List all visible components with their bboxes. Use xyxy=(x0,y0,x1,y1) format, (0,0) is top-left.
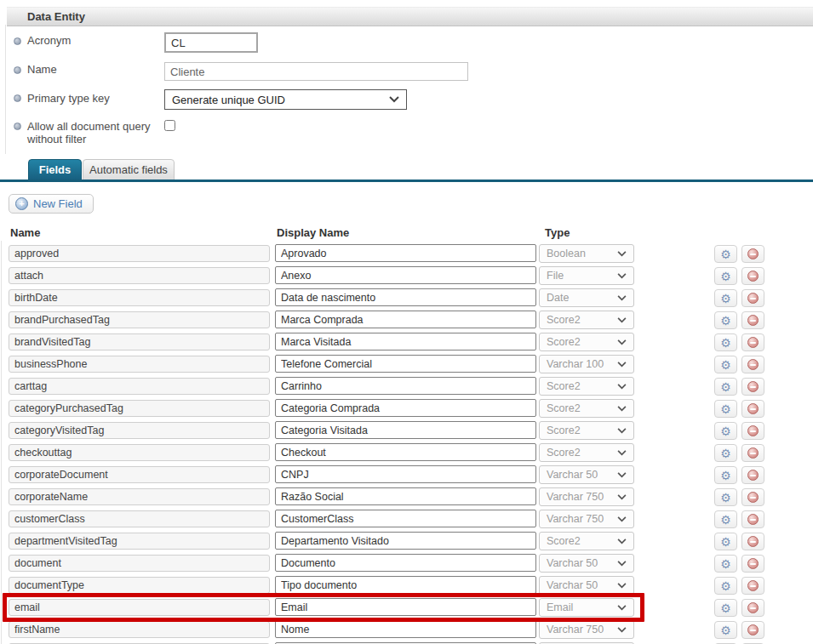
remove-icon xyxy=(747,514,759,525)
gear-icon: ⚙ xyxy=(720,293,731,305)
field-name-input[interactable] xyxy=(9,533,270,550)
field-remove-button[interactable] xyxy=(741,422,764,440)
field-name-input[interactable] xyxy=(9,356,270,373)
field-remove-button[interactable] xyxy=(741,245,764,263)
field-remove-button[interactable] xyxy=(741,488,764,506)
field-settings-button[interactable]: ⚙ xyxy=(714,466,737,484)
tab-automatic-fields[interactable]: Automatic fields xyxy=(83,159,175,180)
field-remove-button[interactable] xyxy=(741,400,764,418)
field-remove-button[interactable] xyxy=(741,444,764,462)
type-select[interactable]: Varchar 750 xyxy=(539,487,634,506)
field-remove-button[interactable] xyxy=(741,621,764,639)
type-select[interactable]: Varchar 50 xyxy=(539,576,634,595)
field-settings-button[interactable]: ⚙ xyxy=(714,488,737,506)
field-settings-button[interactable]: ⚙ xyxy=(714,533,737,550)
display-name-input[interactable] xyxy=(275,554,536,572)
display-name-input[interactable] xyxy=(275,487,536,505)
field-name-input[interactable] xyxy=(9,621,270,638)
type-select[interactable]: Varchar 50 xyxy=(539,554,634,573)
type-select[interactable]: Score2 xyxy=(539,421,634,440)
type-select[interactable]: Score2 xyxy=(539,399,634,418)
field-settings-button[interactable]: ⚙ xyxy=(714,311,737,329)
field-name-input[interactable] xyxy=(9,422,270,439)
field-name-input[interactable] xyxy=(9,555,270,572)
field-settings-button[interactable]: ⚙ xyxy=(714,444,737,462)
field-settings-button[interactable]: ⚙ xyxy=(714,356,737,373)
display-name-input[interactable] xyxy=(275,266,536,284)
type-select[interactable]: Varchar 750 xyxy=(539,620,634,639)
field-settings-button[interactable]: ⚙ xyxy=(714,577,737,595)
field-remove-button[interactable] xyxy=(741,555,764,573)
new-field-button[interactable]: + New Field xyxy=(9,194,94,214)
field-name-input[interactable] xyxy=(9,245,270,262)
display-name-input[interactable] xyxy=(275,333,536,350)
field-name-input[interactable] xyxy=(9,466,270,483)
field-name-input[interactable] xyxy=(9,400,270,417)
field-remove-button[interactable] xyxy=(741,510,764,528)
primary-type-key-select[interactable]: Generate unique GUID xyxy=(164,89,407,110)
field-settings-button[interactable]: ⚙ xyxy=(714,599,737,617)
type-select[interactable]: Score2 xyxy=(539,333,634,351)
display-name-input[interactable] xyxy=(275,377,536,395)
tab-fields[interactable]: Fields xyxy=(28,159,82,180)
field-settings-button[interactable]: ⚙ xyxy=(714,378,737,396)
display-name-input[interactable] xyxy=(275,399,536,417)
field-name-input[interactable] xyxy=(9,333,270,350)
display-name-input[interactable] xyxy=(275,288,536,306)
display-name-input[interactable] xyxy=(275,576,536,594)
display-name-input[interactable] xyxy=(275,355,536,373)
field-name-input[interactable] xyxy=(9,444,270,461)
field-remove-button[interactable] xyxy=(741,333,764,351)
display-name-input[interactable] xyxy=(275,443,536,461)
chevron-down-icon xyxy=(617,494,627,500)
field-remove-button[interactable] xyxy=(741,378,764,396)
display-name-input[interactable] xyxy=(275,244,536,262)
type-select[interactable]: Score2 xyxy=(539,377,634,396)
type-select[interactable]: Date xyxy=(539,288,634,307)
type-select[interactable]: Varchar 100 xyxy=(539,355,634,373)
field-name-input[interactable] xyxy=(9,289,270,306)
field-remove-button[interactable] xyxy=(741,577,764,595)
type-select[interactable]: Varchar 750 xyxy=(539,510,634,528)
name-input[interactable] xyxy=(164,62,468,81)
field-settings-button[interactable]: ⚙ xyxy=(714,510,737,528)
field-settings-button[interactable]: ⚙ xyxy=(714,267,737,285)
display-name-input[interactable] xyxy=(275,311,536,328)
field-settings-button[interactable]: ⚙ xyxy=(714,245,737,263)
display-name-input[interactable] xyxy=(275,421,536,439)
display-name-input[interactable] xyxy=(275,510,536,527)
field-remove-button[interactable] xyxy=(741,289,764,307)
field-remove-button[interactable] xyxy=(741,466,764,484)
field-settings-button[interactable]: ⚙ xyxy=(714,289,737,307)
field-remove-button[interactable] xyxy=(741,311,764,329)
display-name-input[interactable] xyxy=(275,532,536,550)
type-select[interactable]: Score2 xyxy=(539,532,634,550)
type-select[interactable]: Email xyxy=(539,598,634,617)
field-settings-button[interactable]: ⚙ xyxy=(714,621,737,639)
field-name-input[interactable] xyxy=(9,599,270,616)
acronym-input[interactable] xyxy=(164,32,258,53)
allow-all-query-checkbox[interactable] xyxy=(164,120,175,131)
field-name-input[interactable] xyxy=(9,577,270,594)
type-select[interactable]: Score2 xyxy=(539,311,634,329)
field-name-input[interactable] xyxy=(9,267,270,284)
field-settings-button[interactable]: ⚙ xyxy=(714,333,737,351)
type-select[interactable]: Boolean xyxy=(539,244,634,263)
type-select[interactable]: Score2 xyxy=(539,443,634,462)
type-select[interactable]: File xyxy=(539,266,634,285)
field-remove-button[interactable] xyxy=(741,599,764,617)
type-select[interactable]: Varchar 50 xyxy=(539,465,634,484)
display-name-input[interactable] xyxy=(275,465,536,483)
field-name-input[interactable] xyxy=(9,311,270,328)
field-name-input[interactable] xyxy=(9,378,270,395)
field-settings-button[interactable]: ⚙ xyxy=(714,555,737,573)
display-name-input[interactable] xyxy=(275,620,536,638)
field-settings-button[interactable]: ⚙ xyxy=(714,400,737,418)
field-remove-button[interactable] xyxy=(741,356,764,373)
field-name-input[interactable] xyxy=(9,510,270,527)
field-name-input[interactable] xyxy=(9,488,270,505)
field-remove-button[interactable] xyxy=(741,267,764,285)
field-settings-button[interactable]: ⚙ xyxy=(714,422,737,440)
display-name-input[interactable] xyxy=(275,598,536,616)
field-remove-button[interactable] xyxy=(741,533,764,550)
